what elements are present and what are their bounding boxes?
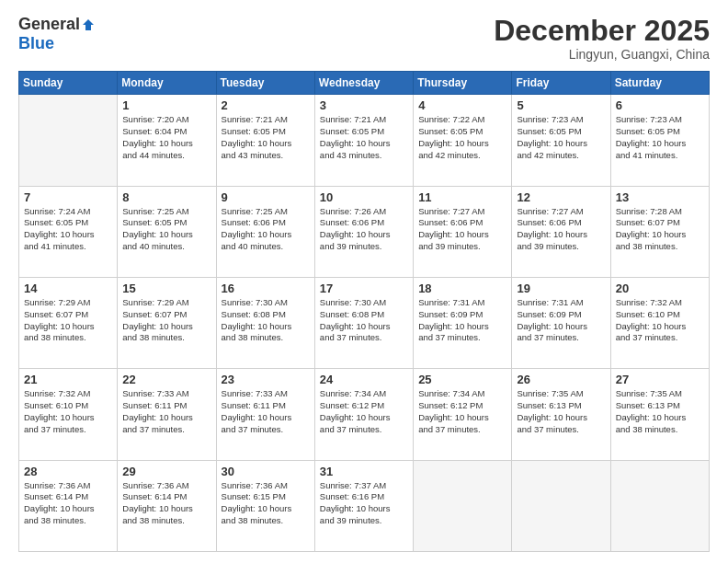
day-info: Sunrise: 7:21 AM Sunset: 6:05 PM Dayligh… bbox=[320, 114, 408, 161]
calendar-cell: 13Sunrise: 7:28 AM Sunset: 6:07 PM Dayli… bbox=[610, 186, 709, 277]
day-info: Sunrise: 7:32 AM Sunset: 6:10 PM Dayligh… bbox=[616, 297, 704, 344]
day-info: Sunrise: 7:23 AM Sunset: 6:05 PM Dayligh… bbox=[517, 114, 605, 161]
day-number: 13 bbox=[616, 190, 704, 204]
calendar-cell: 3Sunrise: 7:21 AM Sunset: 6:05 PM Daylig… bbox=[314, 95, 413, 186]
calendar-cell: 26Sunrise: 7:35 AM Sunset: 6:13 PM Dayli… bbox=[512, 369, 610, 460]
calendar-cell: 17Sunrise: 7:30 AM Sunset: 6:08 PM Dayli… bbox=[314, 277, 413, 368]
day-info: Sunrise: 7:33 AM Sunset: 6:11 PM Dayligh… bbox=[222, 388, 310, 435]
day-info: Sunrise: 7:33 AM Sunset: 6:11 PM Dayligh… bbox=[122, 388, 210, 435]
logo: General Blue bbox=[18, 15, 95, 53]
calendar-cell: 10Sunrise: 7:26 AM Sunset: 6:06 PM Dayli… bbox=[314, 186, 413, 277]
calendar-cell: 1Sunrise: 7:20 AM Sunset: 6:04 PM Daylig… bbox=[118, 95, 216, 186]
day-number: 16 bbox=[222, 282, 310, 295]
day-info: Sunrise: 7:24 AM Sunset: 6:05 PM Dayligh… bbox=[24, 206, 112, 253]
day-number: 23 bbox=[222, 373, 310, 386]
day-number: 6 bbox=[616, 98, 704, 112]
day-number: 4 bbox=[418, 98, 506, 112]
day-number: 28 bbox=[24, 465, 112, 478]
calendar-cell bbox=[414, 460, 512, 551]
calendar-cell: 6Sunrise: 7:23 AM Sunset: 6:05 PM Daylig… bbox=[610, 95, 709, 186]
svg-marker-0 bbox=[83, 19, 94, 30]
day-info: Sunrise: 7:32 AM Sunset: 6:10 PM Dayligh… bbox=[24, 388, 112, 435]
day-info: Sunrise: 7:30 AM Sunset: 6:08 PM Dayligh… bbox=[320, 297, 408, 344]
day-number: 21 bbox=[24, 373, 112, 386]
day-info: Sunrise: 7:22 AM Sunset: 6:05 PM Dayligh… bbox=[418, 114, 506, 161]
calendar-cell: 24Sunrise: 7:34 AM Sunset: 6:12 PM Dayli… bbox=[314, 369, 413, 460]
calendar-cell: 30Sunrise: 7:36 AM Sunset: 6:15 PM Dayli… bbox=[216, 460, 314, 551]
calendar-cell: 25Sunrise: 7:34 AM Sunset: 6:12 PM Dayli… bbox=[414, 369, 512, 460]
day-info: Sunrise: 7:27 AM Sunset: 6:06 PM Dayligh… bbox=[517, 206, 605, 253]
calendar-cell: 14Sunrise: 7:29 AM Sunset: 6:07 PM Dayli… bbox=[19, 277, 118, 368]
calendar-cell: 16Sunrise: 7:30 AM Sunset: 6:08 PM Dayli… bbox=[216, 277, 314, 368]
calendar-week-row: 1Sunrise: 7:20 AM Sunset: 6:04 PM Daylig… bbox=[19, 95, 710, 186]
weekday-header: Sunday bbox=[19, 72, 118, 95]
day-number: 9 bbox=[222, 190, 310, 204]
day-info: Sunrise: 7:25 AM Sunset: 6:05 PM Dayligh… bbox=[122, 206, 210, 253]
day-info: Sunrise: 7:35 AM Sunset: 6:13 PM Dayligh… bbox=[616, 388, 704, 435]
day-info: Sunrise: 7:27 AM Sunset: 6:06 PM Dayligh… bbox=[418, 206, 506, 253]
calendar-week-row: 28Sunrise: 7:36 AM Sunset: 6:14 PM Dayli… bbox=[19, 460, 710, 551]
day-number: 12 bbox=[517, 190, 605, 204]
weekday-header: Monday bbox=[118, 72, 216, 95]
day-info: Sunrise: 7:20 AM Sunset: 6:04 PM Dayligh… bbox=[122, 114, 210, 161]
calendar-cell: 9Sunrise: 7:25 AM Sunset: 6:06 PM Daylig… bbox=[216, 186, 314, 277]
day-number: 19 bbox=[517, 282, 605, 295]
day-info: Sunrise: 7:36 AM Sunset: 6:15 PM Dayligh… bbox=[222, 480, 310, 527]
day-number: 8 bbox=[122, 190, 210, 204]
weekday-header: Saturday bbox=[610, 72, 709, 95]
day-number: 25 bbox=[418, 373, 506, 386]
day-number: 29 bbox=[122, 465, 210, 478]
weekday-header: Thursday bbox=[414, 72, 512, 95]
calendar-cell: 31Sunrise: 7:37 AM Sunset: 6:16 PM Dayli… bbox=[314, 460, 413, 551]
day-number: 15 bbox=[122, 282, 210, 295]
day-number: 7 bbox=[24, 190, 112, 204]
weekday-header: Friday bbox=[512, 72, 610, 95]
title-block: December 2025 Lingyun, Guangxi, China bbox=[494, 15, 710, 62]
month-title: December 2025 bbox=[494, 15, 710, 47]
day-info: Sunrise: 7:23 AM Sunset: 6:05 PM Dayligh… bbox=[616, 114, 704, 161]
calendar-cell: 18Sunrise: 7:31 AM Sunset: 6:09 PM Dayli… bbox=[414, 277, 512, 368]
calendar-cell: 5Sunrise: 7:23 AM Sunset: 6:05 PM Daylig… bbox=[512, 95, 610, 186]
calendar-header-row: SundayMondayTuesdayWednesdayThursdayFrid… bbox=[19, 72, 710, 95]
calendar-cell: 28Sunrise: 7:36 AM Sunset: 6:14 PM Dayli… bbox=[19, 460, 118, 551]
day-number: 1 bbox=[122, 98, 210, 112]
day-number: 31 bbox=[320, 465, 408, 478]
day-number: 14 bbox=[24, 282, 112, 295]
day-info: Sunrise: 7:26 AM Sunset: 6:06 PM Dayligh… bbox=[320, 206, 408, 253]
calendar-cell: 20Sunrise: 7:32 AM Sunset: 6:10 PM Dayli… bbox=[610, 277, 709, 368]
calendar-cell: 12Sunrise: 7:27 AM Sunset: 6:06 PM Dayli… bbox=[512, 186, 610, 277]
calendar-cell: 27Sunrise: 7:35 AM Sunset: 6:13 PM Dayli… bbox=[610, 369, 709, 460]
logo-icon bbox=[82, 18, 95, 31]
day-number: 17 bbox=[320, 282, 408, 295]
calendar-table: SundayMondayTuesdayWednesdayThursdayFrid… bbox=[18, 71, 710, 552]
day-number: 2 bbox=[222, 98, 310, 112]
calendar-cell: 8Sunrise: 7:25 AM Sunset: 6:05 PM Daylig… bbox=[118, 186, 216, 277]
calendar-cell: 7Sunrise: 7:24 AM Sunset: 6:05 PM Daylig… bbox=[19, 186, 118, 277]
day-number: 5 bbox=[517, 98, 605, 112]
logo-general-text: General bbox=[18, 15, 80, 34]
calendar-cell: 2Sunrise: 7:21 AM Sunset: 6:05 PM Daylig… bbox=[216, 95, 314, 186]
location: Lingyun, Guangxi, China bbox=[494, 47, 710, 62]
day-info: Sunrise: 7:21 AM Sunset: 6:05 PM Dayligh… bbox=[222, 114, 310, 161]
logo-blue-text: Blue bbox=[18, 34, 54, 52]
weekday-header: Wednesday bbox=[314, 72, 413, 95]
calendar-cell: 22Sunrise: 7:33 AM Sunset: 6:11 PM Dayli… bbox=[118, 369, 216, 460]
day-info: Sunrise: 7:36 AM Sunset: 6:14 PM Dayligh… bbox=[24, 480, 112, 527]
calendar-cell: 19Sunrise: 7:31 AM Sunset: 6:09 PM Dayli… bbox=[512, 277, 610, 368]
day-number: 27 bbox=[616, 373, 704, 386]
day-info: Sunrise: 7:25 AM Sunset: 6:06 PM Dayligh… bbox=[222, 206, 310, 253]
page: General Blue December 2025 Lingyun, Guan… bbox=[0, 0, 728, 563]
day-info: Sunrise: 7:34 AM Sunset: 6:12 PM Dayligh… bbox=[320, 388, 408, 435]
day-info: Sunrise: 7:37 AM Sunset: 6:16 PM Dayligh… bbox=[320, 480, 408, 527]
calendar-cell bbox=[610, 460, 709, 551]
header: General Blue December 2025 Lingyun, Guan… bbox=[18, 15, 710, 62]
day-info: Sunrise: 7:29 AM Sunset: 6:07 PM Dayligh… bbox=[24, 297, 112, 344]
day-number: 20 bbox=[616, 282, 704, 295]
calendar-cell bbox=[512, 460, 610, 551]
day-number: 30 bbox=[222, 465, 310, 478]
weekday-header: Tuesday bbox=[216, 72, 314, 95]
calendar-cell: 21Sunrise: 7:32 AM Sunset: 6:10 PM Dayli… bbox=[19, 369, 118, 460]
calendar-week-row: 7Sunrise: 7:24 AM Sunset: 6:05 PM Daylig… bbox=[19, 186, 710, 277]
calendar-cell: 4Sunrise: 7:22 AM Sunset: 6:05 PM Daylig… bbox=[414, 95, 512, 186]
day-number: 10 bbox=[320, 190, 408, 204]
